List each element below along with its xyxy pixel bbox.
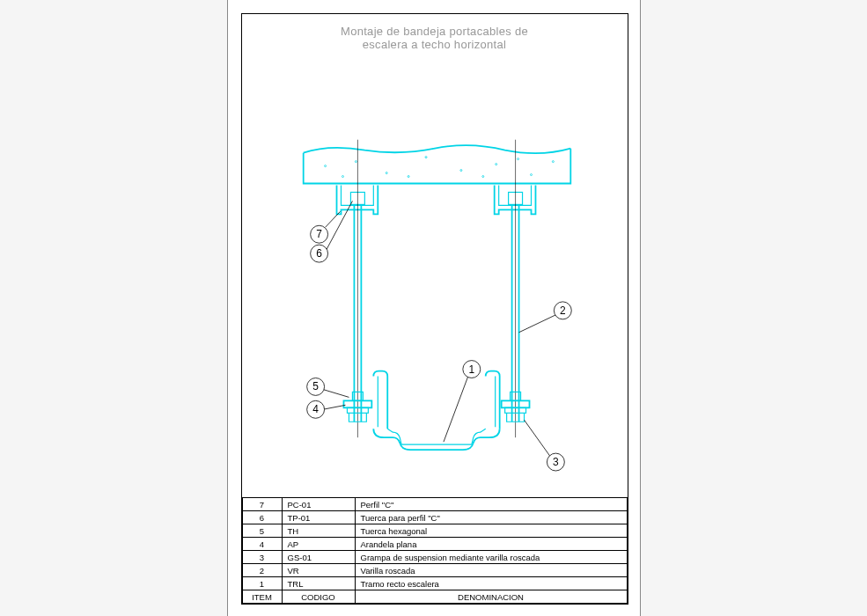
diagram-area: 7 6 2 5 4 1 (242, 51, 628, 473)
table-row: 4 AP Arandela plana (242, 538, 627, 551)
svg-point-5 (495, 164, 496, 165)
svg-line-36 (443, 377, 467, 443)
callout-6: 6 (316, 247, 322, 260)
svg-point-1 (355, 161, 356, 163)
svg-point-2 (386, 172, 387, 174)
svg-line-38 (524, 420, 550, 457)
title-line-2: escalera a techo horizontal (242, 38, 628, 51)
svg-point-7 (552, 161, 554, 163)
title-line-1: Montaje de bandeja portacables de (242, 25, 628, 38)
callout-5: 5 (312, 380, 319, 392)
callout-3: 3 (553, 456, 559, 468)
page-container: Montaje de bandeja portacables de escale… (227, 0, 641, 616)
callout-2: 2 (560, 304, 566, 317)
svg-line-28 (325, 201, 352, 252)
svg-point-0 (324, 165, 326, 167)
svg-line-30 (518, 315, 555, 333)
svg-line-34 (322, 405, 345, 409)
svg-line-26 (325, 211, 340, 227)
table-row: 3 GS-01 Grampa de suspension mediante va… (242, 551, 627, 564)
svg-point-3 (425, 157, 427, 158)
table-row: 1 TRL Tramo recto escalera (242, 577, 627, 590)
table-row: 5 TH Tuerca hexagonal (242, 524, 627, 538)
table-row: 6 TP-01 Tuerca para perfil "C" (242, 511, 627, 524)
svg-point-8 (342, 176, 343, 178)
drawing-title: Montaje de bandeja portacables de escale… (242, 14, 628, 51)
table-row: 7 PC-01 Perfil "C" (242, 498, 627, 511)
table-header-row: ITEM CODIGO DENOMINACION (242, 590, 627, 604)
svg-point-9 (408, 176, 409, 178)
callout-4: 4 (312, 403, 319, 415)
bom-table: 7 PC-01 Perfil "C" 6 TP-01 Tuerca para p… (242, 497, 628, 604)
drawing-frame: Montaje de bandeja portacables de escale… (241, 13, 628, 605)
svg-line-32 (322, 389, 349, 397)
bom-body: 7 PC-01 Perfil "C" 6 TP-01 Tuerca para p… (242, 498, 627, 604)
callout-7: 7 (316, 228, 322, 240)
technical-drawing: 7 6 2 5 4 1 (242, 69, 628, 491)
callout-1: 1 (468, 363, 474, 376)
svg-point-11 (517, 158, 518, 160)
table-row: 2 VR Varilla roscada (242, 564, 627, 577)
svg-point-4 (459, 170, 461, 172)
svg-point-6 (530, 174, 532, 176)
svg-point-10 (481, 176, 483, 178)
